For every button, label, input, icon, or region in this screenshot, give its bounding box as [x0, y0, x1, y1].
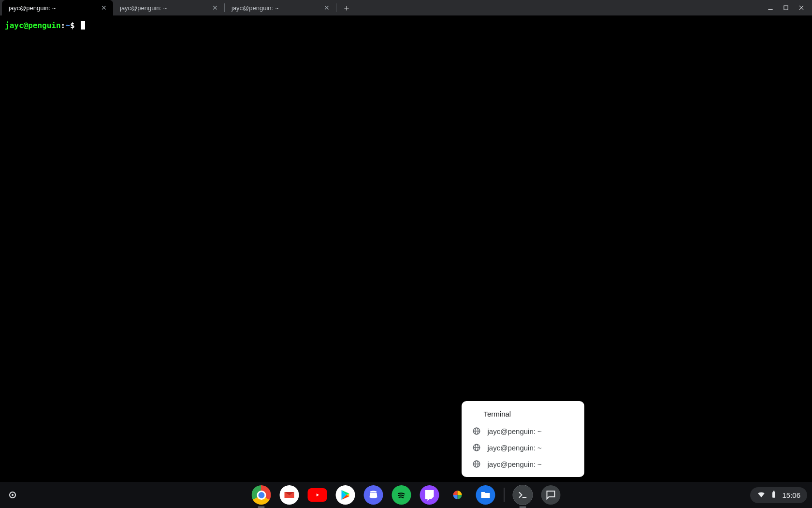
window-controls: [760, 0, 812, 15]
new-tab-button[interactable]: ＋: [339, 0, 354, 15]
tab-title: jayc@penguin: ~: [232, 4, 319, 12]
tab[interactable]: jayc@penguin: ~ ✕: [113, 0, 224, 15]
shelf-app-msgs[interactable]: [541, 485, 561, 505]
tab-title: jayc@penguin: ~: [9, 4, 96, 12]
close-icon[interactable]: ✕: [212, 4, 218, 11]
tab-separator: [336, 3, 336, 12]
shelf-app-twitch[interactable]: [420, 485, 439, 505]
popup-item-label: jayc@penguin: ~: [488, 444, 542, 452]
terminal-viewport[interactable]: jayc@penguin:~$: [0, 15, 812, 482]
minimize-button[interactable]: [767, 4, 774, 12]
prompt-user-host: jayc@penguin: [5, 21, 61, 30]
shelf-app-photos[interactable]: [448, 485, 467, 505]
shell-prompt: jayc@penguin:~$: [5, 21, 79, 30]
svg-marker-13: [317, 493, 319, 496]
battery-icon: [769, 490, 778, 500]
popup-window-item[interactable]: jayc@penguin: ~: [462, 423, 584, 439]
clock: 15:06: [782, 491, 800, 499]
shelf-app-play[interactable]: [336, 485, 355, 505]
launcher-icon: [9, 492, 16, 498]
running-indicator: [258, 507, 265, 508]
popup-window-item[interactable]: jayc@penguin: ~: [462, 456, 584, 472]
shelf: 15:06: [0, 482, 812, 508]
shelf-app-terminal[interactable]: [513, 485, 533, 505]
globe-icon: [472, 443, 481, 452]
tab[interactable]: jayc@penguin: ~ ✕: [225, 0, 336, 15]
prompt-separator: :: [61, 21, 66, 30]
prompt-symbol: $: [70, 21, 75, 30]
shelf-app-youtube[interactable]: [308, 488, 327, 502]
svg-rect-1: [784, 6, 788, 10]
tab-bar: jayc@penguin: ~ ✕ jayc@penguin: ~ ✕ jayc…: [0, 0, 812, 15]
running-indicator: [520, 507, 526, 508]
popup-item-label: jayc@penguin: ~: [488, 460, 542, 468]
shelf-app-files[interactable]: [476, 485, 495, 505]
svg-rect-19: [772, 492, 775, 497]
window-list-popup: Terminal jayc@penguin: ~ jayc@penguin: ~…: [462, 401, 584, 477]
tab-active[interactable]: jayc@penguin: ~ ✕: [2, 0, 113, 15]
wifi-icon: [757, 490, 766, 500]
close-icon[interactable]: ✕: [323, 4, 330, 11]
terminal-cursor: [81, 21, 85, 30]
system-tray[interactable]: 15:06: [750, 487, 807, 503]
shelf-app-chrome[interactable]: [252, 485, 271, 505]
tab-title: jayc@penguin: ~: [120, 4, 207, 12]
maximize-button[interactable]: [782, 4, 790, 12]
globe-icon: [472, 460, 481, 468]
shelf-separator: [504, 488, 505, 502]
close-icon[interactable]: ✕: [101, 4, 107, 11]
popup-title: Terminal: [462, 406, 584, 423]
shelf-app-spotify[interactable]: [392, 485, 411, 505]
popup-window-item[interactable]: jayc@penguin: ~: [462, 439, 584, 456]
launcher-button[interactable]: [4, 486, 21, 504]
shelf-app-discord[interactable]: [364, 485, 383, 505]
globe-icon: [472, 427, 481, 435]
svg-rect-20: [773, 491, 775, 492]
shelf-app-gmail[interactable]: [280, 485, 299, 505]
shelf-apps: [252, 485, 561, 505]
popup-item-label: jayc@penguin: ~: [488, 427, 542, 435]
prompt-path: ~: [65, 21, 70, 30]
close-window-button[interactable]: [798, 4, 805, 12]
